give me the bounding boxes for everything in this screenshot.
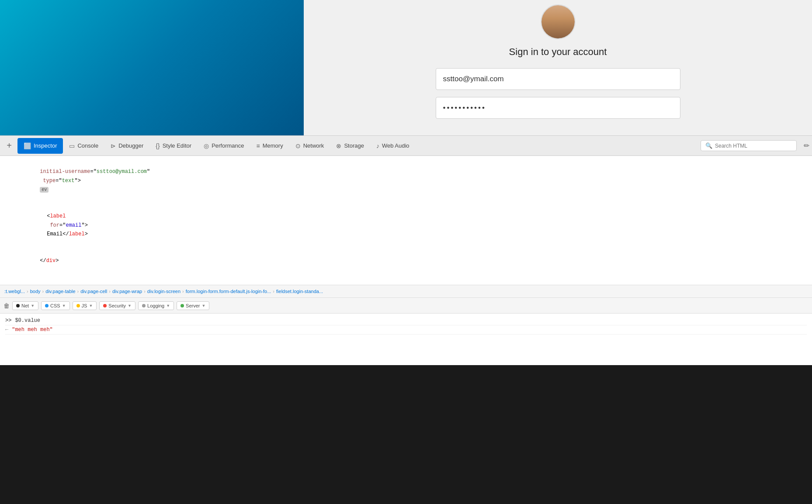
tab-debugger-label: Debugger (118, 142, 143, 149)
tab-debugger[interactable]: ⊳ Debugger (104, 138, 149, 154)
html-line: ▼ <div class="form-row floating-label"> (0, 274, 812, 285)
ev-badge[interactable]: ev (40, 187, 49, 193)
console-line: >> $0.value (5, 316, 807, 325)
tab-web-audio-label: Web Audio (382, 142, 409, 149)
server-dot (180, 304, 184, 307)
add-tab-button[interactable]: + (3, 139, 16, 152)
breadcrumb: :t.webgl... › body › div.page-table › di… (0, 285, 812, 298)
browser-page-left (0, 0, 304, 135)
tab-style-editor[interactable]: {} Style Editor (149, 138, 198, 154)
tab-web-audio[interactable]: ♪ Web Audio (370, 138, 416, 154)
search-html-container: 🔍 (701, 140, 797, 151)
filter-css-label: CSS (50, 303, 60, 308)
avatar (541, 4, 576, 39)
console-prompt: >> (5, 318, 11, 324)
console-filter-bar: 🗑 Net ▼ CSS ▼ JS ▼ Security ▼ Logging ▼ (0, 298, 812, 314)
inspector-icon: ⬜ (24, 142, 31, 149)
memory-icon: ≡ (257, 142, 260, 149)
filter-net-label: Net (21, 303, 29, 308)
edit-icon[interactable]: ✏ (804, 142, 809, 150)
filter-security-label: Security (108, 303, 126, 308)
filter-logging-label: Logging (147, 303, 164, 308)
filter-server-button[interactable]: Server ▼ (177, 301, 209, 310)
tab-memory-label: Memory (263, 142, 283, 149)
filter-server-label: Server (186, 303, 200, 308)
net-dot (16, 304, 20, 307)
css-dot (45, 304, 49, 307)
html-line: </div> (0, 248, 812, 274)
breadcrumb-item[interactable]: div.page-cell (80, 289, 107, 294)
tab-console-label: Console (77, 142, 98, 149)
style-editor-icon: {} (156, 142, 160, 149)
logging-dot (142, 304, 146, 307)
breadcrumb-item[interactable]: :t.webgl... (4, 289, 25, 294)
html-line: initial-username="ssttoo@ymail.com" type… (0, 159, 812, 203)
filter-css-button[interactable]: CSS ▼ (41, 301, 70, 310)
html-panel: initial-username="ssttoo@ymail.com" type… (0, 156, 812, 285)
breadcrumb-item[interactable]: fieldset.login-standa... (276, 289, 323, 294)
chevron-down-icon: ▼ (89, 304, 93, 308)
filter-logging-button[interactable]: Logging ▼ (138, 301, 174, 310)
filter-js-button[interactable]: JS ▼ (73, 301, 97, 310)
password-field[interactable] (436, 97, 680, 119)
tab-style-editor-label: Style Editor (163, 142, 191, 149)
tab-network[interactable]: ⊙ Network (289, 138, 330, 154)
network-icon: ⊙ (295, 142, 301, 149)
console-command: $0.value (15, 318, 40, 324)
console-icon: ▭ (69, 142, 75, 149)
filter-net-button[interactable]: Net ▼ (12, 301, 38, 310)
devtools-tab-bar: + ⬜ Inspector ▭ Console ⊳ Debugger {} St… (0, 136, 812, 156)
breadcrumb-item[interactable]: div.login-screen (147, 289, 180, 294)
search-area: 🔍 ✏ (701, 140, 809, 151)
tab-console[interactable]: ▭ Console (63, 138, 104, 154)
search-html-input[interactable] (715, 143, 789, 149)
tab-inspector-label: Inspector (34, 142, 57, 149)
console-result: "meh meh meh" (12, 327, 53, 333)
tab-performance-label: Performance (212, 142, 244, 149)
breadcrumb-item[interactable]: div.page-table (45, 289, 75, 294)
console-arrow: ← (5, 327, 8, 333)
devtools-panel: + ⬜ Inspector ▭ Console ⊳ Debugger {} St… (0, 135, 812, 365)
security-dot (103, 304, 107, 307)
console-output: >> $0.value ← "meh meh meh" (0, 314, 812, 365)
storage-icon: ⊗ (336, 142, 341, 149)
breadcrumb-item[interactable]: div.page-wrap (112, 289, 142, 294)
email-field[interactable] (436, 68, 680, 90)
breadcrumb-item[interactable]: body (30, 289, 41, 294)
tab-performance[interactable]: ◎ Performance (198, 138, 250, 154)
debugger-icon: ⊳ (111, 142, 116, 149)
breadcrumb-item[interactable]: form.login-form.form-default.js-login-fo… (186, 289, 271, 294)
browser-page-right: Sign in to your account (304, 0, 812, 135)
chevron-down-icon: ▼ (31, 304, 35, 308)
performance-icon: ◎ (204, 142, 209, 149)
filter-js-label: JS (82, 303, 87, 308)
tab-memory[interactable]: ≡ Memory (250, 138, 289, 154)
tab-inspector[interactable]: ⬜ Inspector (17, 138, 63, 154)
chevron-down-icon: ▼ (202, 304, 206, 308)
tab-storage[interactable]: ⊗ Storage (330, 138, 370, 154)
search-icon: 🔍 (705, 142, 712, 149)
web-audio-icon: ♪ (376, 142, 379, 149)
console-line: ← "meh meh meh" (5, 325, 807, 335)
filter-security-button[interactable]: Security ▼ (99, 301, 135, 310)
html-line: <label for="email"> Email</label> (0, 203, 812, 248)
sign-in-title: Sign in to your account (509, 46, 607, 58)
js-dot (76, 304, 80, 307)
tab-storage-label: Storage (344, 142, 364, 149)
tab-network-label: Network (303, 142, 324, 149)
chevron-down-icon: ▼ (128, 304, 132, 308)
clear-console-button[interactable]: 🗑 (3, 302, 10, 309)
chevron-down-icon: ▼ (62, 304, 66, 308)
chevron-down-icon: ▼ (166, 304, 170, 308)
